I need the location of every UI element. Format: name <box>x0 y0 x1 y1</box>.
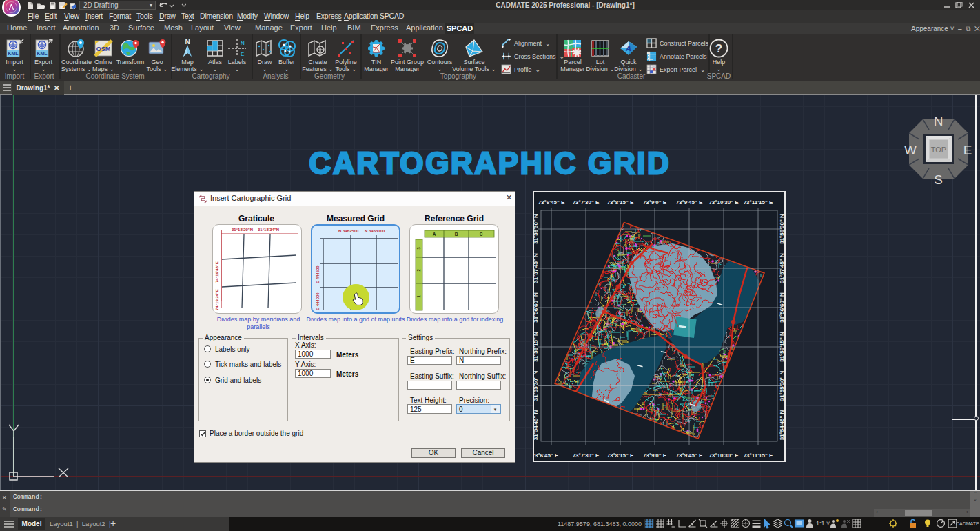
svg-text:B: B <box>455 232 458 237</box>
svg-text:KML: KML <box>37 51 48 56</box>
svg-text:E: E <box>241 51 245 57</box>
svg-text:73°8'15" E: 73°8'15" E <box>607 452 634 459</box>
svg-text:KML: KML <box>8 51 19 56</box>
svg-text:1:1 ˅: 1:1 ˅ <box>816 520 830 527</box>
svg-text:73°7'30" E: 73°7'30" E <box>573 199 600 206</box>
svg-text:73°6'45" E: 73°6'45" E <box>538 199 565 206</box>
svg-text:73°7'30" E: 73°7'30" E <box>573 452 600 459</box>
svg-text:3: 3 <box>416 247 421 250</box>
svg-text:73°9'0" E: 73°9'0" E <box>643 199 667 206</box>
svg-text:31°18'34"N: 31°18'34"N <box>258 228 279 232</box>
svg-text:2: 2 <box>416 269 421 272</box>
svg-text:74°19'48"E: 74°19'48"E <box>215 261 219 283</box>
svg-text:A: A <box>433 232 436 237</box>
svg-text:73°10'30" E: 73°10'30" E <box>708 199 739 206</box>
svg-text:TOP: TOP <box>931 146 946 154</box>
svg-text:73°10'30" E: 73°10'30" E <box>708 452 739 459</box>
svg-text:S: S <box>934 172 943 187</box>
svg-text:N: N <box>934 114 943 128</box>
svg-text:73°9'45" E: 73°9'45" E <box>676 452 703 459</box>
svg-text:W: W <box>904 143 917 157</box>
svg-text:73°11'15" E: 73°11'15" E <box>744 199 773 206</box>
svg-text:N: N <box>241 40 245 46</box>
svg-text:C: C <box>480 232 483 237</box>
svg-text:31°54'45" N: 31°54'45" N <box>533 410 539 440</box>
svg-text:CADMATE: CADMATE <box>956 521 979 526</box>
svg-text:74°19'24"E: 74°19'24"E <box>215 289 219 310</box>
svg-text:E: E <box>963 143 972 157</box>
svg-text:73°9'0" E: 73°9'0" E <box>643 452 667 459</box>
svg-text:1: 1 <box>416 295 421 298</box>
svg-text:73°8'15" E: 73°8'15" E <box>607 199 634 206</box>
svg-text:73°11'15" E: 73°11'15" E <box>744 452 773 459</box>
svg-text:31°57'45" N: 31°57'45" N <box>533 253 539 283</box>
svg-text:31°56'60" N: 31°56'60" N <box>533 292 539 323</box>
svg-text:OSM: OSM <box>96 46 111 52</box>
svg-text:E 444500: E 444500 <box>316 266 320 283</box>
svg-text:31°55'30" N: 31°55'30" N <box>533 370 539 401</box>
svg-text:N 3463000: N 3463000 <box>365 229 385 233</box>
svg-text:E 444000: E 444000 <box>316 292 320 310</box>
svg-text:31°58'30" N: 31°58'30" N <box>533 214 539 244</box>
svg-text:?: ? <box>715 42 722 55</box>
svg-text:31°18'20"N: 31°18'20"N <box>232 228 253 232</box>
svg-text:31°56'15" N: 31°56'15" N <box>533 332 539 362</box>
svg-text:73°6'45" E: 73°6'45" E <box>533 452 559 459</box>
svg-text:73°9'45" E: 73°9'45" E <box>676 199 703 206</box>
svg-text:N: N <box>185 38 190 46</box>
svg-text:A: A <box>625 44 631 52</box>
svg-text:N 3462500: N 3462500 <box>338 229 359 233</box>
